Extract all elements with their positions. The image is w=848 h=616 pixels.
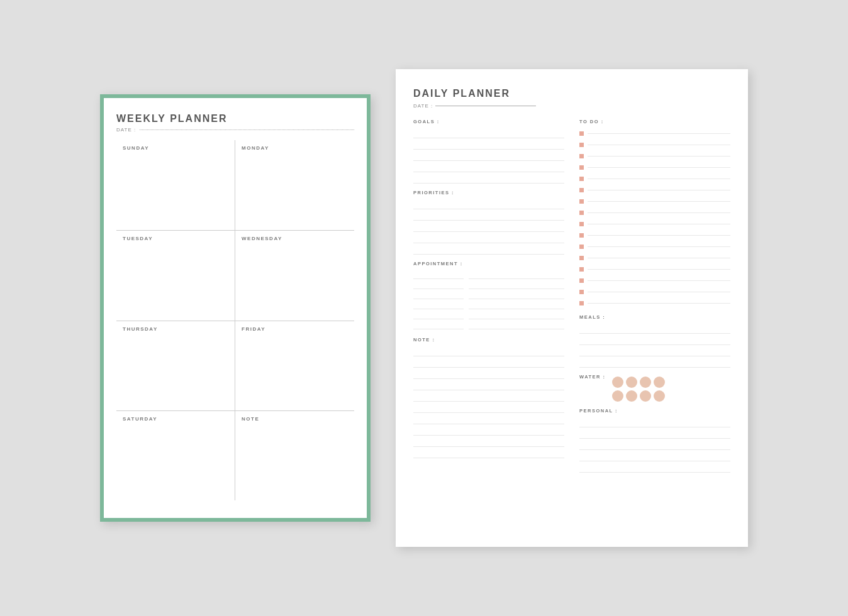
priorities-line-4 [413, 233, 564, 243]
weekly-planner-title: WEEKLY PLANNER [116, 113, 354, 124]
goals-line-3 [413, 151, 564, 161]
todo-bullet-7 [579, 199, 584, 204]
daily-body: GOALS : PRIORITIES : APPOINTMENT : [413, 119, 730, 479]
todo-bullet-10 [579, 233, 584, 238]
daily-left-column: GOALS : PRIORITIES : APPOINTMENT : [413, 119, 564, 479]
todo-bullet-6 [579, 188, 584, 192]
water-circles [612, 377, 665, 402]
todo-item-9 [579, 219, 730, 229]
todo-bullet-11 [579, 245, 584, 249]
note-line-2 [413, 358, 564, 368]
weekly-date-row: DATE : [116, 127, 354, 133]
personal-label: PERSONAL : [579, 408, 730, 414]
weekly-cell-sunday-label: SUNDAY [123, 145, 228, 151]
todo-item-7 [579, 196, 730, 206]
weekly-cell-sunday: SUNDAY [116, 140, 235, 230]
water-circle-5 [612, 390, 623, 402]
water-circle-2 [626, 377, 637, 388]
todo-item-13 [579, 264, 730, 274]
weekly-date-dotted-line [140, 129, 354, 130]
todo-line-5 [588, 179, 730, 179]
note-line-1 [413, 346, 564, 356]
todo-item-2 [579, 140, 730, 150]
todo-bullet-8 [579, 211, 584, 215]
weekly-cell-thursday: THURSDAY [116, 321, 235, 410]
meals-section: MEALS : [579, 314, 730, 368]
todo-bullet-3 [579, 154, 584, 158]
goals-line-2 [413, 140, 564, 150]
daily-planner-title: DAILY PLANNER [413, 88, 730, 99]
todo-line-15 [588, 292, 730, 292]
todo-bullet-15 [579, 290, 584, 294]
appointment-desc-col [469, 270, 564, 331]
todo-bullet-12 [579, 256, 584, 260]
todo-item-12 [579, 253, 730, 263]
weekly-cell-saturday: SATURDAY [116, 410, 235, 500]
priorities-label: PRIORITIES : [413, 190, 564, 195]
personal-line-1 [579, 417, 730, 427]
weekly-cell-note: NOTE [235, 410, 354, 500]
todo-label: TO DO : [579, 119, 730, 124]
weekly-cell-wednesday: WEDNESDAY [235, 230, 354, 320]
todo-line-14 [588, 280, 730, 281]
todo-bullet-13 [579, 267, 584, 272]
weekly-cell-saturday-label: SATURDAY [123, 416, 228, 422]
todo-item-16 [579, 298, 730, 308]
daily-date-row: DATE : [413, 103, 730, 109]
note-label: NOTE : [413, 337, 564, 343]
note-section: NOTE : [413, 337, 564, 458]
todo-bullet-5 [579, 177, 584, 181]
personal-line-3 [579, 440, 730, 450]
note-line-8 [413, 426, 564, 436]
water-circle-7 [640, 390, 651, 402]
todo-item-8 [579, 207, 730, 217]
todo-line-1 [588, 133, 730, 134]
priorities-line-5 [413, 245, 564, 255]
appointment-time-col [413, 270, 464, 331]
daily-date-label: DATE : [413, 103, 433, 109]
goals-section: GOALS : [413, 119, 564, 184]
note-line-3 [413, 369, 564, 379]
appt-time-4 [413, 300, 464, 309]
weekly-cell-monday-label: MONDAY [242, 145, 348, 151]
weekly-cell-tuesday: TUESDAY [116, 230, 235, 320]
todo-line-12 [588, 258, 730, 258]
weekly-cell-tuesday-label: TUESDAY [123, 236, 228, 241]
appt-desc-5 [469, 311, 564, 319]
appt-desc-3 [469, 290, 564, 299]
goals-label: GOALS : [413, 119, 564, 124]
water-circle-6 [626, 390, 637, 402]
todo-section: TO DO : [579, 119, 730, 308]
meals-line-2 [579, 335, 730, 345]
todo-line-2 [588, 145, 730, 145]
note-line-6 [413, 403, 564, 413]
todo-item-1 [579, 128, 730, 138]
priorities-line-2 [413, 211, 564, 221]
priorities-section: PRIORITIES : [413, 190, 564, 255]
goals-line-5 [413, 173, 564, 184]
todo-line-11 [588, 246, 730, 247]
water-circle-3 [640, 377, 651, 388]
water-circle-4 [654, 377, 665, 388]
meals-line-1 [579, 324, 730, 334]
meals-line-3 [579, 346, 730, 356]
appt-desc-6 [469, 321, 564, 329]
goals-line-4 [413, 162, 564, 172]
water-circle-1 [612, 377, 623, 388]
daily-planner-card: DAILY PLANNER DATE : GOALS : PRIORITIES … [396, 69, 748, 547]
todo-item-3 [579, 151, 730, 161]
appt-time-1 [413, 270, 464, 279]
todo-item-11 [579, 241, 730, 251]
meals-line-4 [579, 358, 730, 368]
meals-label: MEALS : [579, 314, 730, 320]
appointment-inner [413, 270, 564, 331]
daily-date-line [435, 106, 536, 106]
appt-time-6 [413, 321, 464, 329]
water-label-row: WATER : [579, 374, 730, 402]
weekly-cell-monday: MONDAY [235, 140, 354, 230]
todo-item-4 [579, 162, 730, 172]
todo-item-10 [579, 230, 730, 240]
note-line-5 [413, 392, 564, 402]
todo-bullet-14 [579, 278, 584, 283]
appt-time-2 [413, 280, 464, 289]
